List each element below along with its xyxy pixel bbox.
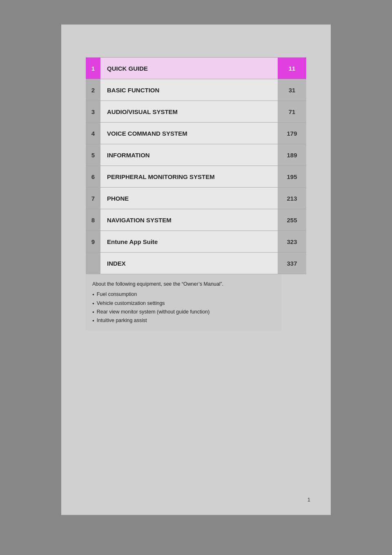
toc-row[interactable]: 6PERIPHERAL MONITORING SYSTEM195 [86, 166, 306, 188]
bullet-icon: ● [92, 318, 94, 324]
toc-row[interactable]: 4VOICE COMMAND SYSTEM179 [86, 123, 306, 144]
toc-chapter-number [86, 253, 100, 274]
toc-page-number: 71 [278, 101, 306, 122]
toc-chapter-number: 5 [86, 144, 100, 166]
bullet-icon: ● [92, 309, 94, 315]
page-container: 1QUICK GUIDE112BASIC FUNCTION313AUDIO/VI… [61, 25, 331, 515]
bullet-icon: ● [92, 301, 94, 307]
toc-chapter-title: NAVIGATION SYSTEM [100, 209, 278, 231]
toc-chapter-number: 9 [86, 231, 100, 252]
toc-chapter-number: 3 [86, 101, 100, 122]
page-number: 1 [307, 497, 310, 503]
toc-chapter-title: INFORMATION [100, 144, 278, 166]
toc-chapter-title: INDEX [100, 253, 278, 274]
note-box: About the following equipment, see the “… [86, 274, 282, 331]
toc-chapter-number: 2 [86, 79, 100, 101]
toc-page-number: 195 [278, 166, 306, 187]
toc-chapter-title: BASIC FUNCTION [100, 79, 278, 101]
toc-chapter-title: QUICK GUIDE [100, 58, 278, 79]
toc-chapter-number: 8 [86, 209, 100, 231]
note-item-text: Rear view monitor system (without guide … [97, 308, 210, 316]
toc-row[interactable]: 8NAVIGATION SYSTEM255 [86, 209, 306, 231]
note-title: About the following equipment, see the “… [92, 280, 275, 289]
toc-chapter-title: AUDIO/VISUAL SYSTEM [100, 101, 278, 122]
toc-chapter-number: 6 [86, 166, 100, 187]
toc-page-number: 337 [278, 253, 306, 274]
toc-row[interactable]: 5INFORMATION189 [86, 144, 306, 166]
note-item-text: Fuel consumption [97, 290, 137, 299]
note-item: ●Rear view monitor system (without guide… [92, 308, 275, 316]
toc-row[interactable]: 9Entune App Suite323 [86, 231, 306, 253]
toc-row[interactable]: 3AUDIO/VISUAL SYSTEM71 [86, 101, 306, 123]
table-of-contents: 1QUICK GUIDE112BASIC FUNCTION313AUDIO/VI… [86, 57, 306, 274]
toc-chapter-title: Entune App Suite [100, 231, 278, 252]
note-item-text: Intuitive parking assist [97, 316, 147, 325]
toc-row[interactable]: 2BASIC FUNCTION31 [86, 79, 306, 101]
toc-chapter-number: 1 [86, 58, 100, 79]
toc-chapter-number: 4 [86, 123, 100, 144]
note-item: ●Intuitive parking assist [92, 316, 275, 325]
note-item: ●Fuel consumption [92, 290, 275, 299]
toc-page-number: 189 [278, 144, 306, 166]
toc-page-number: 179 [278, 123, 306, 144]
toc-chapter-number: 7 [86, 188, 100, 209]
toc-page-number: 11 [278, 58, 306, 79]
toc-page-number: 323 [278, 231, 306, 252]
toc-chapter-title: VOICE COMMAND SYSTEM [100, 123, 278, 144]
note-item: ●Vehicle customization settings [92, 299, 275, 308]
toc-page-number: 31 [278, 79, 306, 101]
toc-row[interactable]: 1QUICK GUIDE11 [86, 57, 306, 79]
note-item-text: Vehicle customization settings [97, 299, 165, 308]
toc-chapter-title: PERIPHERAL MONITORING SYSTEM [100, 166, 278, 187]
toc-row[interactable]: INDEX337 [86, 253, 306, 274]
toc-page-number: 213 [278, 188, 306, 209]
bullet-icon: ● [92, 292, 94, 298]
toc-page-number: 255 [278, 209, 306, 231]
toc-row[interactable]: 7PHONE213 [86, 188, 306, 209]
toc-chapter-title: PHONE [100, 188, 278, 209]
